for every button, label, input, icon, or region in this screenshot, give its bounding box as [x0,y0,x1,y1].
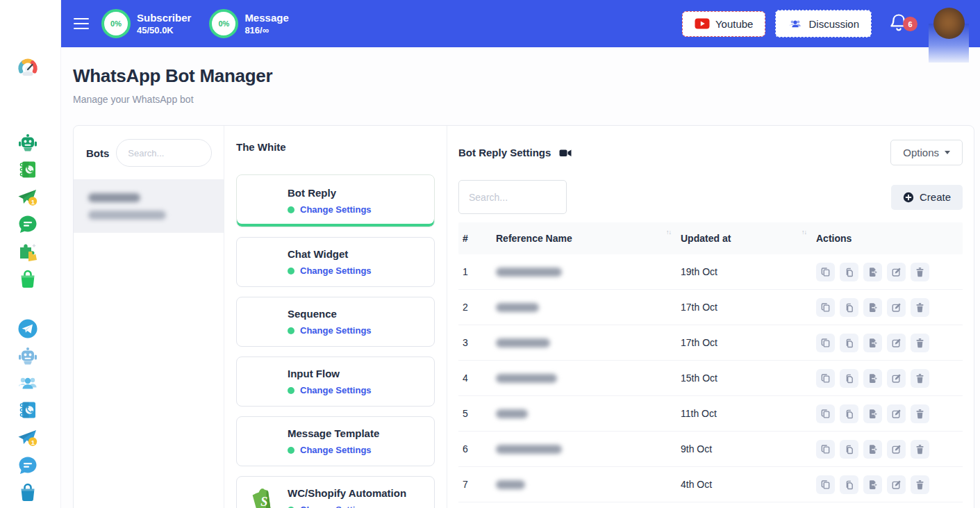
row-actions [816,404,963,423]
edit-action-button[interactable] [887,404,906,423]
bots-search-input[interactable] [116,139,212,167]
change-settings-link[interactable]: Change Settings [300,265,372,276]
delete-action-icon [915,373,925,384]
bot-icon[interactable] [17,131,39,154]
duplicate-action-button[interactable] [840,404,858,423]
delete-action-button[interactable] [911,334,929,352]
row-num: 4 [463,372,496,384]
duplicate-action-button[interactable] [840,440,858,459]
delete-action-button[interactable] [911,298,929,317]
dashboard-icon[interactable] [17,56,39,79]
integrations-icon[interactable] [17,240,39,263]
duplicate-action-button[interactable] [840,475,858,494]
subscriber-value: 45/50.0K [137,24,191,36]
copy-action-button[interactable] [816,334,835,352]
options-button[interactable]: Options [890,140,963,165]
row-updated: 17th Oct [681,302,816,313]
telegram-store-icon[interactable] [17,482,39,504]
edit-action-button[interactable] [887,475,906,494]
bot-list-item-selected[interactable] [74,179,224,233]
delete-action-button[interactable] [911,440,929,459]
avatar[interactable] [933,8,965,39]
table-search-input[interactable] [458,180,567,214]
app-sidebar [0,0,61,508]
duplicate-action-button[interactable] [840,334,858,352]
column-actions: Actions [816,233,963,244]
edit-action-button[interactable] [887,369,906,388]
discussion-icon [788,17,803,31]
broadcast-icon[interactable] [17,186,39,208]
youtube-button-label: Youtube [715,18,754,30]
export-action-button[interactable] [863,369,882,388]
change-settings-link[interactable]: Change Settings [300,505,372,508]
store-icon[interactable] [17,268,39,290]
copy-action-button[interactable] [816,404,835,423]
setting-card-input-flow[interactable]: Input Flow Change Settings [236,357,435,407]
setting-card-shopify-automation[interactable]: WC/Shopify Automation Change Settings [236,476,435,508]
copy-action-button[interactable] [816,369,835,388]
duplicate-action-button[interactable] [840,298,858,317]
copy-action-icon [820,444,831,454]
edit-action-button[interactable] [887,334,906,352]
setting-label: Message Template [288,427,379,439]
whatsapp-icon[interactable] [17,104,39,126]
change-settings-link[interactable]: Change Settings [300,204,372,215]
export-action-button[interactable] [863,334,882,352]
copy-action-button[interactable] [816,475,835,494]
delete-action-button[interactable] [911,369,929,388]
export-action-button[interactable] [863,475,882,494]
change-settings-link[interactable]: Change Settings [300,325,372,336]
edit-action-button[interactable] [887,440,906,459]
bot-name-redacted [88,193,140,202]
telegram-chat-icon[interactable] [17,454,39,477]
copy-action-button[interactable] [816,440,835,459]
telegram-contacts-icon[interactable] [17,399,39,421]
duplicate-action-button[interactable] [840,263,858,281]
edit-action-button[interactable] [887,263,906,281]
create-button[interactable]: Create [891,185,963,210]
bot-manager-card: Bots The White Bot Reply Change Settings [73,125,974,508]
export-action-button[interactable] [863,404,882,423]
chat-icon[interactable] [17,213,39,236]
youtube-button[interactable]: Youtube [682,11,766,37]
export-action-button[interactable] [863,263,882,281]
notifications-button[interactable]: 6 [890,13,911,35]
row-updated: 9th Oct [681,443,816,454]
copy-action-button[interactable] [816,298,835,317]
sort-icon[interactable]: ↑↓ [666,229,671,236]
edit-action-icon [891,267,902,277]
row-actions [816,334,963,352]
telegram-broadcast-icon[interactable] [17,427,39,449]
telegram-bot-icon[interactable] [17,345,39,367]
copy-action-button[interactable] [816,263,835,281]
export-action-icon [867,480,878,490]
contacts-icon[interactable] [17,158,39,181]
setting-card-chat-widget[interactable]: Chat Widget Change Settings [236,237,435,287]
telegram-group-icon[interactable] [17,372,39,394]
setting-card-bot-reply[interactable]: Bot Reply Change Settings [236,174,435,227]
sort-icon[interactable]: ↑↓ [802,229,806,236]
setting-card-sequence[interactable]: Sequence Change Settings [236,297,435,347]
delete-action-button[interactable] [911,404,929,423]
delete-action-button[interactable] [911,475,929,494]
setting-card-message-template[interactable]: Message Template Change Settings [236,416,435,466]
change-settings-link[interactable]: Change Settings [300,445,372,455]
menu-toggle-icon[interactable] [74,18,89,29]
setting-label: Bot Reply [288,187,372,199]
edit-action-icon [891,444,902,454]
chevron-down-icon [945,151,950,154]
table-row: 2 17th Oct [458,290,963,325]
telegram-icon[interactable] [17,318,39,340]
change-settings-link[interactable]: Change Settings [300,385,372,395]
export-action-icon [867,444,878,454]
copy-action-icon [820,302,831,313]
discussion-button[interactable]: Discussion [775,10,872,38]
export-action-button[interactable] [863,440,882,459]
edit-action-button[interactable] [887,298,906,317]
delete-action-button[interactable] [911,263,929,281]
message-template-icon [247,425,279,457]
export-action-button[interactable] [863,298,882,317]
shopify-icon [247,485,279,508]
column-reference-name: Reference Name [496,233,572,244]
duplicate-action-button[interactable] [840,369,858,388]
